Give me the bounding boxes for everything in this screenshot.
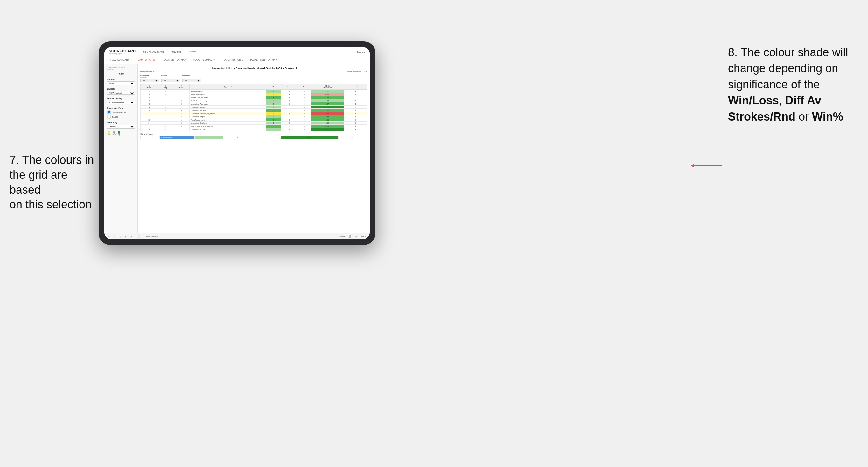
subnav-player-h2h-grid[interactable]: PLAYER H2H GRID	[221, 58, 245, 62]
h2h-table: #Rank #Reg #Conf Opponent Win Loss Tie D…	[140, 84, 367, 131]
nav-committee[interactable]: COMMITTEE	[188, 50, 207, 54]
sidebar-colour-by-section: Colour by Win/loss	[107, 122, 135, 128]
main-content: Last Updated: 27/03/2024 16:55:38 Team G…	[104, 64, 370, 233]
annotation-right-intro: 8. The colour shade will change dependin…	[728, 46, 848, 91]
col-rounds: Rounds	[344, 84, 367, 90]
table-header-row: #Rank #Reg #Conf Opponent Win Loss Tie D…	[141, 84, 367, 90]
sign-out-link[interactable]: | Sign out	[356, 51, 365, 53]
table-row: 10-5University of Alabama3002.618	[141, 109, 367, 112]
legend-down: Down	[107, 131, 111, 135]
division-record: Division Record: 88 - 17 - 0	[346, 71, 367, 72]
share-btn[interactable]: Share	[360, 235, 367, 238]
out-div-team: NCAA Division II	[160, 136, 195, 139]
crop-btn[interactable]: ⊡	[129, 235, 133, 238]
nav-items: TOURNAMENTS TEAMS COMMITTEE	[141, 50, 350, 54]
sidebar-division-section: Division NCAA Division I	[107, 88, 135, 95]
out-div-rounds: 3	[338, 136, 367, 139]
out-of-division-section: Out of division NCAA Division II 1 0 0	[140, 133, 367, 139]
col-rank: #Rank	[141, 84, 158, 90]
col-loss: Loss	[281, 84, 298, 90]
gender-select[interactable]: Men's	[107, 82, 135, 85]
sidebar-team-section: Team	[107, 72, 135, 76]
view-original-btn[interactable]: View: Original	[145, 235, 159, 238]
legend-up: Up	[118, 131, 120, 135]
filters-row: Conference Opponents: (All) Region (All)	[140, 74, 367, 83]
watch-btn[interactable]: 👁 Watch ▾	[335, 235, 346, 238]
opponent-view-radio-group: Opponents Played Top 100	[107, 110, 135, 119]
annotation-right-bold3: Win%	[812, 110, 843, 123]
sub-nav: TEAM SUMMARY TEAM H2H GRID TEAM H2H HEAT…	[104, 57, 370, 64]
opponents-played-option[interactable]: Opponents Played	[107, 110, 135, 114]
conference-select[interactable]: (All)	[140, 79, 159, 83]
col-tie: Tie	[298, 84, 311, 90]
nav-teams[interactable]: TEAMS	[170, 50, 183, 54]
annotation-left-line2: the grid are based	[9, 168, 67, 196]
grid-subtitle: Overall Record: 89 - 17 - 0 Division Rec…	[140, 71, 367, 72]
subnav-player-h2h-heatmap[interactable]: PLAYER H2H HEATMAP	[249, 58, 278, 62]
redo-btn[interactable]: ↪	[113, 235, 117, 238]
legend-row: Down Level Up	[107, 131, 135, 135]
undo-btn[interactable]: ↩	[107, 235, 111, 238]
out-div-diff: 26.00	[281, 136, 338, 139]
feedback-btn[interactable]: 💬	[348, 235, 352, 238]
annotation-right: 8. The colour shade will change dependin…	[728, 44, 862, 125]
sidebar-gender-section: Gender Men's	[107, 78, 135, 85]
table-row: 15-4Georgia Institute of Technology5004.…	[141, 125, 367, 128]
col-diff: Diff AvStrokes/Rnd	[311, 84, 344, 90]
table-row: 12-3University of Virginia1002.333	[141, 115, 367, 118]
table-row: 4-1Arizona State University5102.28	[141, 96, 367, 99]
arrow-right-indicator	[693, 165, 722, 166]
tablet-screen: SCOREBOARD Powered by clippd TOURNAMENTS…	[104, 47, 370, 239]
gender-label: Gender	[107, 78, 135, 81]
colour-by-label: Colour by	[107, 122, 135, 124]
opponent-view-label: Opponent View	[107, 107, 135, 109]
embed-btn[interactable]: ⊞	[354, 235, 358, 238]
table-row: 13-1Texas Tech University3005.569	[141, 118, 367, 122]
tablet-frame: SCOREBOARD Powered by clippd TOURNAMENTS…	[99, 41, 375, 245]
subnav-team-summary[interactable]: TEAM SUMMARY	[109, 58, 131, 62]
annotation-left-line3: on this selection	[9, 198, 92, 211]
sidebar: Last Updated: 27/03/2024 16:55:38 Team G…	[104, 64, 138, 233]
legend-level-dot	[113, 131, 116, 134]
col-win: Win	[266, 84, 281, 90]
sidebar-school-section: School (Rank) 1. University of Nort...	[107, 97, 135, 104]
out-of-division-row: NCAA Division II 1 0 0 26.00 3	[141, 136, 367, 139]
conference-filter: Conference Opponents: (All)	[140, 74, 159, 83]
legend-up-dot	[118, 131, 120, 134]
annotation-left-line1: 7. The colours in	[9, 153, 94, 166]
bottom-toolbar: ↩ ↪ ◁ ⊞ ⊡ 🕐 View: Original 👁 Watch ▾ 💬 ⊞…	[104, 233, 370, 239]
subnav-team-h2h-heatmap[interactable]: TEAM H2H HEATMAP	[161, 58, 187, 62]
out-of-division-label: Out of division	[140, 133, 367, 135]
out-of-division-table: NCAA Division II 1 0 0 26.00 3	[140, 135, 367, 139]
sidebar-team-label: Team	[107, 72, 135, 76]
subnav-team-h2h-grid[interactable]: TEAM H2H GRID	[135, 58, 157, 62]
region-filter: Region (All)	[161, 74, 180, 83]
back-btn[interactable]: ◁	[118, 235, 122, 238]
col-conf: #Conf	[173, 84, 189, 90]
logo-area: SCOREBOARD Powered by clippd	[109, 49, 135, 55]
clock-btn[interactable]: 🕐	[137, 235, 141, 238]
top-nav: SCOREBOARD Powered by clippd TOURNAMENTS…	[104, 47, 370, 57]
school-select[interactable]: 1. University of Nort...	[107, 100, 135, 104]
colour-by-select[interactable]: Win/loss	[107, 125, 135, 128]
legend-level: Level	[113, 131, 116, 135]
sidebar-opponent-view-section: Opponent View Opponents Played Top 100	[107, 107, 135, 119]
opponent-select[interactable]: (All)	[182, 79, 202, 83]
table-row: 6-2Florida State University4201.8312	[141, 99, 367, 102]
col-reg: #Reg	[158, 84, 173, 90]
grid-title: University of North Carolina Head-to-Hea…	[140, 67, 367, 70]
overall-record: Overall Record: 89 - 17 - 0	[140, 71, 161, 72]
out-div-loss: 0	[223, 136, 252, 139]
table-row: 14-6University of Oklahoma100-1.009	[141, 122, 367, 125]
division-select[interactable]: NCAA Division I	[107, 91, 135, 95]
subnav-player-summary[interactable]: PLAYER SUMMARY	[192, 58, 216, 62]
region-select[interactable]: (All)	[161, 79, 180, 83]
copy-btn[interactable]: ⊞	[124, 235, 127, 238]
col-opponent: Opponent	[190, 84, 266, 90]
opponent-filter: Opponent (All)	[182, 74, 202, 83]
table-row: 16-2University of Florida3106.679	[141, 128, 367, 131]
grid-content: University of North Carolina Head-to-Hea…	[138, 64, 370, 233]
top-100-option[interactable]: Top 100	[107, 115, 135, 119]
nav-tournaments[interactable]: TOURNAMENTS	[141, 50, 165, 54]
out-div-tie: 0	[252, 136, 281, 139]
